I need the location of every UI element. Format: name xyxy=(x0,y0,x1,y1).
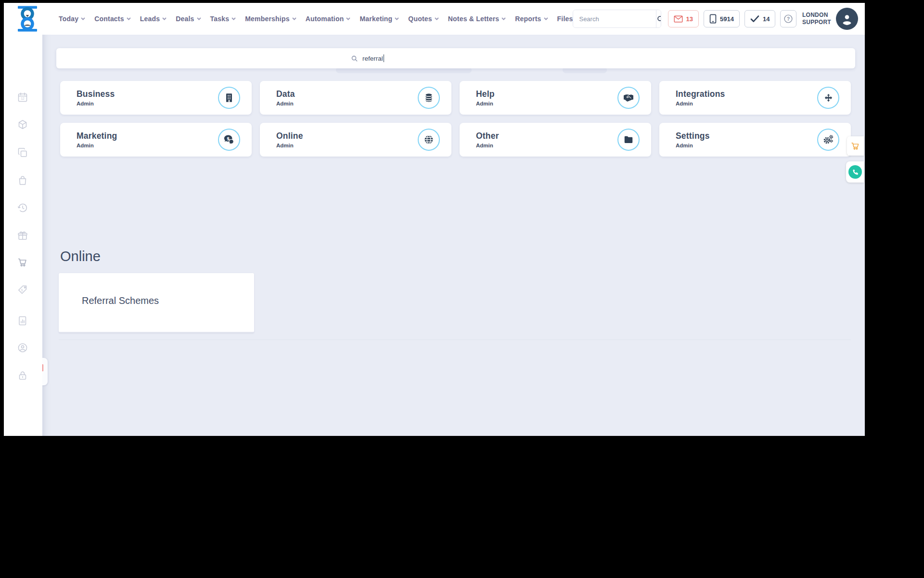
results-card: Referral Schemes xyxy=(59,273,254,333)
nav-item-notes-letters[interactable]: Notes & Letters xyxy=(448,15,506,23)
sidebar-item-calendar[interactable]: 12 xyxy=(17,92,28,103)
report-document-icon xyxy=(17,315,28,327)
app-window: Today Contacts Leads Deals Tasks Members… xyxy=(4,3,865,436)
nav-item-tasks[interactable]: Tasks xyxy=(210,15,236,23)
card-online[interactable]: Online Admin xyxy=(260,123,451,157)
chevron-down-icon xyxy=(127,17,131,20)
phone-count: 5914 xyxy=(720,15,734,23)
sidebar-item-orders[interactable] xyxy=(17,175,28,186)
sidebar-item-gift[interactable] xyxy=(17,230,28,241)
nav-item-files[interactable]: Files xyxy=(557,15,573,23)
chevron-down-icon xyxy=(162,17,167,20)
whatsapp-phone-icon xyxy=(848,165,862,179)
nav-item-memberships[interactable]: Memberships xyxy=(245,15,296,23)
card-marketing[interactable]: Marketing Admin $ xyxy=(60,123,252,157)
mail-badge[interactable]: 13 xyxy=(668,10,699,27)
mail-count: 13 xyxy=(686,15,693,23)
cart-widget[interactable] xyxy=(847,136,864,156)
search-icon xyxy=(656,15,661,23)
calendar-icon: 12 xyxy=(17,92,28,103)
database-icon xyxy=(418,87,440,109)
move-arrows-icon xyxy=(817,87,839,109)
section-heading: Online xyxy=(60,249,101,264)
sidebar-item-packages[interactable] xyxy=(17,119,28,131)
command-search-value: referral xyxy=(362,55,383,62)
sidebar-item-reports[interactable] xyxy=(17,315,28,327)
tag-icon: S xyxy=(17,284,28,296)
card-other[interactable]: Other Admin xyxy=(460,123,651,157)
sidebar-item-duplicates[interactable] xyxy=(17,147,28,158)
tasks-badge[interactable]: 14 xyxy=(744,10,775,27)
cube-icon xyxy=(17,119,28,131)
sidebar-item-history[interactable] xyxy=(17,202,28,214)
svg-text:S: S xyxy=(21,289,23,292)
top-header: Today Contacts Leads Deals Tasks Members… xyxy=(4,3,865,35)
section-divider xyxy=(59,340,851,340)
folder-icon xyxy=(617,129,640,151)
text-caret xyxy=(384,54,385,62)
chevron-down-icon xyxy=(197,17,201,20)
nav-item-contacts[interactable]: Contacts xyxy=(94,15,131,23)
sidebar-item-cart[interactable] xyxy=(17,257,28,268)
search-icon xyxy=(351,55,358,62)
cart-icon xyxy=(850,141,860,151)
nav-item-today[interactable]: Today xyxy=(59,15,85,23)
mobile-phone-icon xyxy=(709,14,717,24)
support-label: LONDON SUPPORT xyxy=(802,12,831,26)
chevron-down-icon xyxy=(544,17,548,20)
gears-icon xyxy=(817,129,839,151)
header-search xyxy=(573,10,661,28)
globe-icon xyxy=(418,129,440,151)
left-sidebar: 12 xyxy=(4,35,42,436)
shopping-bag-icon xyxy=(17,175,28,186)
tasks-count: 14 xyxy=(763,15,770,23)
chevron-down-icon xyxy=(81,17,85,20)
sidebar-item-account[interactable] xyxy=(17,342,28,354)
nav-item-quotes[interactable]: Quotes xyxy=(408,15,438,23)
handshake-icon xyxy=(617,87,640,109)
chevron-down-icon xyxy=(346,17,350,20)
user-circle-icon xyxy=(17,342,28,354)
check-icon xyxy=(750,15,759,23)
nav-item-automation[interactable]: Automation xyxy=(306,15,351,23)
nav-item-marketing[interactable]: Marketing xyxy=(359,15,399,23)
search-button[interactable] xyxy=(656,10,661,27)
call-widget[interactable] xyxy=(846,161,864,183)
phone-badge[interactable]: 5914 xyxy=(704,10,740,27)
sidebar-item-promotions[interactable]: S xyxy=(17,284,28,296)
chevron-down-icon xyxy=(292,17,296,20)
nav-item-reports[interactable]: Reports xyxy=(515,15,548,23)
chevron-down-icon xyxy=(435,17,439,20)
gift-icon xyxy=(17,230,28,241)
sidebar-item-security[interactable] xyxy=(17,370,28,381)
hourglass-logo[interactable] xyxy=(13,5,41,33)
drawer-handle[interactable] xyxy=(42,358,48,385)
help-button[interactable]: ? xyxy=(780,10,796,27)
nav-item-deals[interactable]: Deals xyxy=(176,15,201,23)
result-referral-schemes[interactable]: Referral Schemes xyxy=(82,295,159,306)
chevron-down-icon xyxy=(231,17,236,20)
building-icon xyxy=(218,87,240,109)
lock-icon xyxy=(17,370,28,381)
search-input[interactable] xyxy=(573,10,656,27)
card-data[interactable]: Data Admin xyxy=(260,81,451,115)
chevron-down-icon xyxy=(501,17,506,20)
svg-text:?: ? xyxy=(787,16,790,22)
history-icon xyxy=(17,202,28,214)
chevron-down-icon xyxy=(395,17,399,20)
person-icon xyxy=(840,12,854,26)
card-business[interactable]: Business Admin xyxy=(60,81,252,115)
comment-dollar-icon: $ xyxy=(218,129,240,151)
cart-icon xyxy=(17,257,28,268)
nav-item-leads[interactable]: Leads xyxy=(140,15,167,23)
envelope-icon xyxy=(674,15,683,23)
card-integrations[interactable]: Integrations Admin xyxy=(659,81,851,115)
card-settings[interactable]: Settings Admin xyxy=(659,123,851,157)
question-circle-icon: ? xyxy=(783,13,794,24)
admin-cards-grid: Business Admin Data Admin xyxy=(60,81,851,157)
card-help[interactable]: Help Admin xyxy=(460,81,651,115)
copy-icon xyxy=(17,147,28,158)
command-search-bar[interactable]: referral xyxy=(56,48,855,68)
user-avatar[interactable] xyxy=(836,8,858,30)
main-nav: Today Contacts Leads Deals Tasks Members… xyxy=(59,15,573,23)
